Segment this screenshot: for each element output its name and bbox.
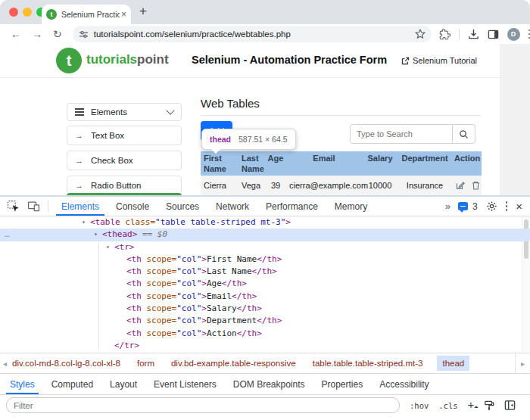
- toggle-class-button[interactable]: .cls: [438, 401, 457, 410]
- code-line[interactable]: <th scope="col">First Name</th>: [0, 254, 530, 266]
- panel-tab-dom-breakpoints[interactable]: DOM Breakpoints: [225, 374, 313, 394]
- sidebar-header-label: Elements: [91, 107, 127, 117]
- code-line[interactable]: <th scope="col">Salary</th>: [0, 303, 530, 315]
- toolbar-divider: [459, 29, 460, 40]
- code-line[interactable]: <th scope="col">Age</th>: [0, 278, 530, 290]
- extensions-icon[interactable]: [439, 29, 450, 40]
- side-panel-icon[interactable]: [488, 29, 499, 40]
- code-line[interactable]: ▾<table class="table table-striped mt-3"…: [0, 216, 530, 229]
- rendering-emulation-icon[interactable]: [484, 400, 494, 411]
- tab-strip: t Selenium Practice - Web Tabl × +: [0, 0, 530, 24]
- panel-tab-properties[interactable]: Properties: [313, 374, 372, 394]
- messages-icon[interactable]: [458, 202, 468, 210]
- tree-expand-arrow-icon[interactable]: ▾: [106, 241, 114, 254]
- toggle-hover-state-button[interactable]: :hov: [410, 401, 429, 410]
- devtools-tab-network[interactable]: Network: [207, 197, 257, 216]
- close-window-button[interactable]: [9, 8, 18, 17]
- browser-tab[interactable]: t Selenium Practice - Web Tabl ×: [42, 5, 131, 24]
- settings-gear-icon[interactable]: [486, 201, 497, 212]
- page-viewport: t tutorialspoint Selenium - Automation P…: [0, 44, 530, 195]
- browser-toolbar: ← → ↻ tutorialspoint.com/selenium/practi…: [0, 24, 530, 45]
- code-token: "col": [176, 278, 201, 288]
- tree-expand-arrow-icon[interactable]: ▾: [82, 216, 90, 229]
- search-input[interactable]: [350, 124, 453, 144]
- table-search: [350, 124, 475, 144]
- edit-icon[interactable]: [456, 181, 465, 190]
- back-icon[interactable]: ←: [11, 28, 21, 40]
- table-cell: 39: [265, 181, 286, 190]
- breadcrumb-item-table-table-table-striped-mt-3[interactable]: table.table.table-striped.mt-3: [310, 356, 426, 371]
- minimize-window-button[interactable]: [23, 8, 32, 17]
- search-button[interactable]: [453, 124, 475, 144]
- tutorialspoint-logo-icon[interactable]: t: [56, 48, 82, 73]
- forward-icon[interactable]: →: [32, 28, 42, 40]
- code-line[interactable]: <th scope="col">Last Name</th>: [0, 266, 530, 278]
- breadcrumb-item-thead[interactable]: thead: [437, 356, 469, 371]
- panel-tab-accessibility[interactable]: Accessibility: [371, 374, 437, 394]
- inspect-element-icon[interactable]: [7, 200, 20, 213]
- table-header-cell: Last Name: [238, 151, 265, 176]
- breadcrumb-scroll-left-icon[interactable]: ◂: [0, 359, 10, 368]
- code-token: </tr>: [114, 341, 139, 350]
- styles-filter-input[interactable]: [6, 397, 400, 413]
- arrow-right-icon: →: [75, 131, 83, 140]
- code-token: </th>: [237, 303, 262, 313]
- code-token: Email: [207, 291, 232, 301]
- toggle-sidebar-panel-icon[interactable]: [504, 400, 516, 411]
- bookmark-star-icon[interactable]: [415, 29, 426, 39]
- code-line[interactable]: <th scope="col">Email</th>: [0, 291, 530, 303]
- tab-close-icon[interactable]: ×: [121, 10, 126, 19]
- devtools-tab-sources[interactable]: Sources: [157, 197, 207, 216]
- code-line[interactable]: …▾<thead> == $0: [0, 229, 530, 241]
- delete-icon[interactable]: [472, 181, 480, 190]
- code-token: Age: [207, 278, 222, 288]
- panel-tab-computed[interactable]: Computed: [43, 374, 101, 394]
- sidebar-item-check-box[interactable]: →Check Box: [67, 151, 182, 170]
- devtools-close-icon[interactable]: ×: [516, 200, 522, 213]
- site-settings-icon[interactable]: [79, 30, 89, 39]
- code-token: </th>: [237, 328, 262, 338]
- device-toolbar-icon[interactable]: [27, 200, 40, 213]
- breadcrumb-item-div-col-md-8-col-lg-8-col-xl-8[interactable]: div.col-md-8.col-lg-8.col-xl-8: [10, 356, 123, 371]
- table-header-cell: Action: [451, 151, 482, 176]
- downloads-icon[interactable]: [468, 29, 479, 40]
- tree-expand-arrow-icon[interactable]: ▾: [94, 229, 102, 241]
- reload-icon[interactable]: ↻: [53, 28, 62, 40]
- code-token: <th: [126, 303, 142, 313]
- breadcrumb-scroll-right-icon[interactable]: ▸: [515, 353, 530, 373]
- code-token: scope=: [142, 254, 176, 264]
- code-token: == $0: [137, 229, 167, 239]
- devtools-tab-memory[interactable]: Memory: [326, 197, 376, 216]
- panel-tab-event-listeners[interactable]: Event Listeners: [145, 374, 225, 394]
- brand-wordmark[interactable]: tutorialspoint: [86, 52, 169, 67]
- panel-tab-layout[interactable]: Layout: [101, 374, 145, 394]
- table-header-cell: Salary: [362, 151, 398, 176]
- devtools-tab-console[interactable]: Console: [108, 197, 157, 216]
- address-bar[interactable]: tutorialspoint.com/selenium/practice/web…: [73, 26, 432, 42]
- code-token: class=: [120, 217, 155, 227]
- selenium-tutorial-link[interactable]: Selenium Tutorial: [401, 56, 477, 65]
- code-token: >: [201, 316, 207, 325]
- code-line[interactable]: ▾<tr>: [0, 241, 530, 254]
- sidebar-elements-dropdown[interactable]: Elements: [67, 103, 182, 121]
- code-line[interactable]: <th scope="col">Department</th>: [0, 315, 530, 327]
- devtools-tab-performance[interactable]: Performance: [257, 197, 326, 216]
- code-token: scope=: [142, 328, 176, 338]
- more-tabs-icon[interactable]: »: [445, 201, 450, 212]
- profile-avatar[interactable]: D: [507, 28, 520, 41]
- sidebar-item-label: Radio Button: [91, 181, 142, 190]
- new-tab-button[interactable]: +: [139, 4, 147, 19]
- code-token: "col": [176, 316, 201, 325]
- table-header-cell: Email: [286, 151, 362, 176]
- new-style-rule-button[interactable]: +: [468, 398, 475, 411]
- code-line[interactable]: </tr>: [0, 340, 530, 352]
- breadcrumb-item-div-bd-example-table-responsive[interactable]: div.bd-example.table-responsive: [169, 356, 298, 371]
- url-text[interactable]: tutorialspoint.com/selenium/practice/web…: [94, 30, 415, 39]
- breadcrumb-item-form[interactable]: form: [135, 356, 157, 371]
- code-token: <th: [126, 254, 142, 264]
- code-line[interactable]: <th scope="col">Action</th>: [0, 328, 530, 340]
- devtools-menu-icon[interactable]: [506, 201, 508, 211]
- devtools-tab-elements[interactable]: Elements: [53, 197, 108, 216]
- panel-tab-styles[interactable]: Styles: [2, 374, 43, 394]
- sidebar-item-text-box[interactable]: →Text Box: [67, 126, 182, 145]
